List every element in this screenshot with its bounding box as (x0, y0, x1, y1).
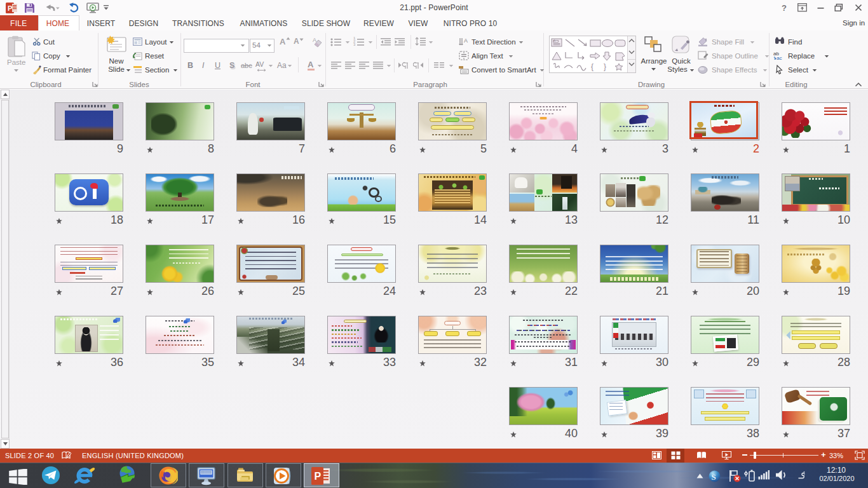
svg-text:S: S (712, 472, 716, 482)
svg-text:}: } (604, 62, 606, 71)
svg-text:A: A (464, 37, 468, 44)
svg-text:{: { (591, 62, 593, 71)
svg-text:?: ? (782, 3, 787, 12)
svg-text:A: A (313, 37, 316, 43)
svg-text:P: P (315, 471, 322, 482)
svg-text:A: A (553, 39, 555, 43)
svg-text:ac: ac (776, 55, 782, 60)
